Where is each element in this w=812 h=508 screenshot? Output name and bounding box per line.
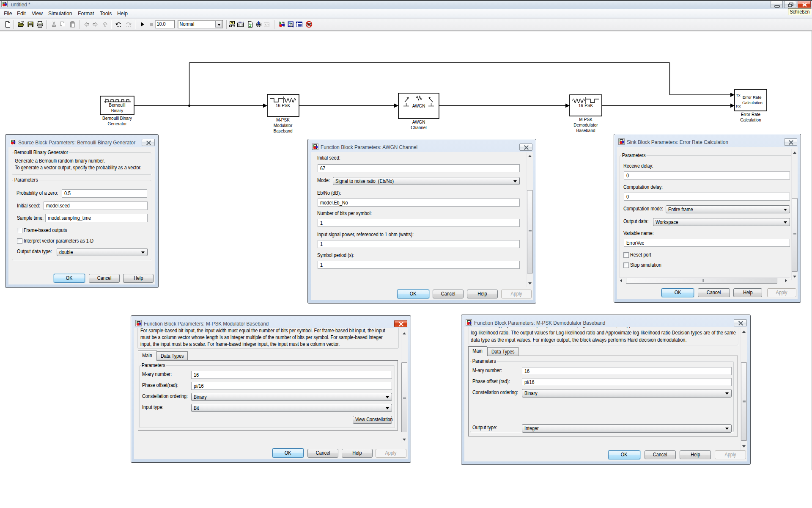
svg-text:Rx: Rx [736,104,741,108]
svg-text:16-PSK: 16-PSK [579,103,593,108]
svg-text:Baseband: Baseband [273,129,292,133]
svg-text:Calculation: Calculation [740,118,761,122]
svg-text:AWGN: AWGN [412,120,425,124]
svg-text:Error Rate: Error Rate [743,95,762,99]
svg-text:16-PSK: 16-PSK [276,103,291,108]
svg-text:AWGN: AWGN [412,104,425,108]
svg-text:Tx: Tx [736,93,741,97]
svg-text:M-PSK: M-PSK [579,117,593,122]
svg-text:Calculation: Calculation [742,100,763,105]
svg-text:Modulator: Modulator [274,123,293,128]
svg-text:M-PSK: M-PSK [276,118,290,122]
svg-text:Binary: Binary [111,108,123,113]
svg-text:Error Rate: Error Rate [741,112,761,117]
svg-text:Bernoulli: Bernoulli [109,103,126,108]
svg-text:Generator: Generator [107,121,127,126]
svg-text:Channel: Channel [411,125,426,130]
svg-text:Bernoulli Binary: Bernoulli Binary [102,116,132,121]
svg-text:Baseband: Baseband [576,128,595,133]
svg-text:Demodulator: Demodulator [573,123,598,127]
